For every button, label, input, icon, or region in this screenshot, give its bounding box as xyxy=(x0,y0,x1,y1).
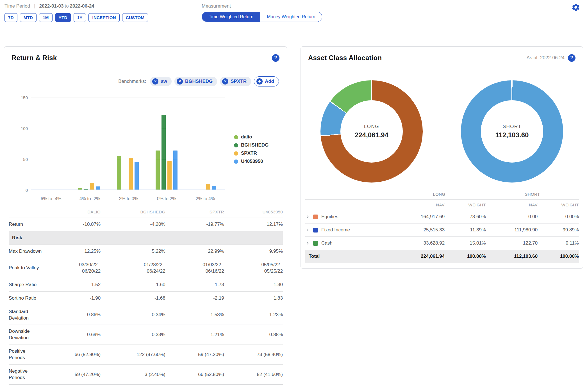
gridline-0 xyxy=(31,190,225,190)
allocation-total-row: Total224,061.94100.00%112,103.60100.00% xyxy=(305,250,579,263)
metric-value: 59 (47.20%) xyxy=(42,365,101,385)
return-risk-table-header: DALIOBGHSHEDGSPXTRU4053950 xyxy=(9,206,283,218)
legend-dot xyxy=(234,135,238,139)
allocation-value: 122.70 xyxy=(486,237,538,250)
allocation-value: 11.39% xyxy=(445,224,486,237)
allocation-row-cash: Cash33,628.9215.01%122.700.11% xyxy=(305,237,579,250)
bar-group--2-to-0- xyxy=(108,93,147,190)
metric-label: Peak to Valley xyxy=(9,258,42,278)
time-period-label: Time Period xyxy=(4,3,30,9)
legend-item-spxtr[interactable]: SPXTR xyxy=(234,151,269,156)
return-risk-card: Return & Risk ? Benchmarks: ✕aw✕BGHSHEDG… xyxy=(4,46,287,392)
toggle-money-weighted-return[interactable]: Money Weighted Return xyxy=(260,12,322,22)
close-icon[interactable]: ✕ xyxy=(222,78,228,85)
bar-u4053950 xyxy=(173,151,178,190)
gridline-50 xyxy=(31,159,225,159)
metric-label: Max Drawdown xyxy=(9,245,42,258)
metric-value: 66 (52.80%) xyxy=(42,345,101,365)
chart-x-axis: -6% to -4%-4% to -2%-2% to 0%0% to 2%2% … xyxy=(31,196,225,201)
allocation-value: 0.00 xyxy=(486,210,538,224)
metric-label: Positive Periods xyxy=(9,345,42,365)
date-joiner: to xyxy=(63,3,70,9)
spacer-cell xyxy=(305,189,392,200)
period-button-custom[interactable]: CUSTOM xyxy=(122,13,148,22)
metric-value: 0.69% xyxy=(42,325,101,345)
sub-header-weight-1: WEIGHT xyxy=(445,200,486,210)
row-label-wrap: Equities xyxy=(305,214,392,220)
allocation-table: LONGSHORT NAVWEIGHTNAVWEIGHT Equities164… xyxy=(305,189,579,263)
settings-button[interactable] xyxy=(571,3,580,12)
bar-group--4-to-2- xyxy=(70,93,108,190)
sub-header-weight-3: WEIGHT xyxy=(538,200,579,210)
table-row-max-drawdown: Max Drawdown12.25%5.22%22.99%9.95% xyxy=(9,245,283,258)
metric-value: 122 (97.60%) xyxy=(101,345,165,365)
asset-class-label: Fixed Income xyxy=(321,227,350,233)
toggle-time-weighted-return[interactable]: Time Weighted Return xyxy=(202,12,260,22)
add-benchmark-button[interactable]: + Add xyxy=(254,76,279,86)
bar-group--6-to-4- xyxy=(31,93,70,190)
period-button-1m[interactable]: 1M xyxy=(39,13,52,22)
benchmark-chip-spxtr[interactable]: ✕SPXTR xyxy=(220,77,251,86)
benchmark-chip-bghshedg[interactable]: ✕BGHSHEDG xyxy=(174,77,217,86)
bar-bghshedg xyxy=(161,115,166,190)
legend-label: SPXTR xyxy=(241,151,257,156)
metric-value: 12.25% xyxy=(42,245,101,258)
return-distribution-chart: 050100150 -6% to -4%-4% to -2%-2% to 0%0… xyxy=(15,93,282,201)
add-icon: + xyxy=(256,78,263,85)
long-donut-label: LONG xyxy=(364,124,379,129)
chart-plot-area xyxy=(31,93,225,190)
close-icon[interactable]: ✕ xyxy=(152,78,158,85)
metric-value: -1.68 xyxy=(101,291,165,305)
chevron-right-icon[interactable] xyxy=(305,241,310,245)
benchmark-chip-aw[interactable]: ✕aw xyxy=(150,77,172,86)
allocation-value: 0.11% xyxy=(538,237,579,250)
date-start: 2022-01-03 xyxy=(39,3,63,9)
period-button-mtd[interactable]: MTD xyxy=(20,13,37,22)
return-risk-title: Return & Risk xyxy=(12,54,57,62)
benchmarks-label: Benchmarks: xyxy=(118,79,146,84)
period-button-inception[interactable]: INCEPTION xyxy=(88,13,119,22)
chevron-right-icon[interactable] xyxy=(305,215,310,219)
metric-label: Standard Deviation xyxy=(9,305,42,325)
spacer-cell xyxy=(305,200,392,210)
donut-row: LONG 224,061.94 SHORT 112,103.60 xyxy=(301,80,583,183)
metric-value: 01/28/22 - 06/24/22 xyxy=(101,258,165,278)
metric-value: 0.33% xyxy=(101,325,165,345)
allocation-value: 111,980.90 xyxy=(486,224,538,237)
metric-value: -4.20% xyxy=(101,218,165,231)
asset-class-label: Cash xyxy=(321,240,333,246)
table-row-peak-to-valley: Peak to Valley03/30/22 - 06/20/2201/28/2… xyxy=(9,258,283,278)
period-button-1y[interactable]: 1Y xyxy=(74,13,86,22)
metric-label: Sortino Ratio xyxy=(9,291,42,305)
metric-value: 1.53% xyxy=(165,305,224,325)
benchmark-chip-label: BGHSHEDG xyxy=(185,79,213,84)
total-label: Total xyxy=(305,250,392,263)
total-value: 224,061.94 xyxy=(392,250,445,263)
metric-value: 0.88% xyxy=(224,325,283,345)
allocation-sub-header: NAVWEIGHTNAVWEIGHT xyxy=(305,200,579,210)
help-icon[interactable]: ? xyxy=(568,54,575,62)
metric-value: -1.90 xyxy=(42,291,101,305)
metric-value: -2.19 xyxy=(165,291,224,305)
short-donut-label: SHORT xyxy=(503,124,522,129)
legend-item-bghshedg[interactable]: BGHSHEDG xyxy=(234,142,269,148)
allocation-row-label-cell: Cash xyxy=(305,237,392,250)
close-icon[interactable]: ✕ xyxy=(177,78,183,85)
total-value: 100.00% xyxy=(538,250,579,263)
legend-item-dalio[interactable]: dalio xyxy=(234,134,269,140)
equities-swatch xyxy=(313,215,318,219)
cash-swatch xyxy=(313,241,318,246)
legend-item-u4053950[interactable]: U4053950 xyxy=(234,159,269,164)
help-icon[interactable]: ? xyxy=(272,54,279,62)
metric-value: 3 (2.40%) xyxy=(101,365,165,385)
y-tick-150: 150 xyxy=(15,95,28,100)
period-button-ytd[interactable]: YTD xyxy=(55,13,71,22)
period-button-7d[interactable]: 7D xyxy=(4,13,17,22)
long-donut-center: LONG 224,061.94 xyxy=(340,100,403,163)
x-tick-0-to-2-: 0% to 2% xyxy=(147,196,186,201)
bar-spxtr xyxy=(90,183,94,190)
table-row-sharpe-ratio: Sharpe Ratio-1.52-1.60-1.731.30 xyxy=(9,278,283,291)
as-of-date: As of: 2022-06-24 xyxy=(527,55,565,61)
chevron-right-icon[interactable] xyxy=(305,228,310,232)
allocation-value: 73.60% xyxy=(445,210,486,224)
